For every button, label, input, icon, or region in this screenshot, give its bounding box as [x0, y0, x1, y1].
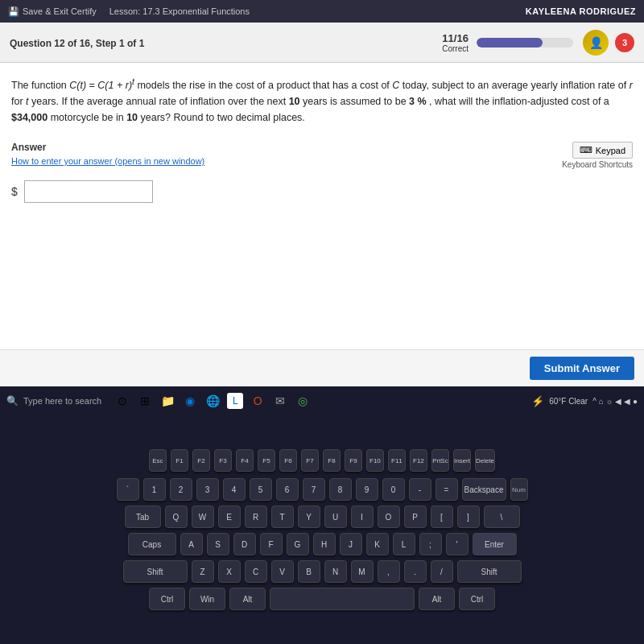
- content-area: The function C(t) = C(1 + r)t models the…: [0, 63, 644, 349]
- key-delete[interactable]: Delete: [475, 449, 495, 472]
- key-semicolon[interactable]: ;: [419, 533, 442, 555]
- save-exit-button[interactable]: 💾 Save & Exit Certify: [8, 6, 97, 17]
- key-rctrl[interactable]: Ctrl: [459, 588, 495, 610]
- key-f3[interactable]: F3: [214, 449, 232, 472]
- avatar: 👤: [583, 30, 609, 56]
- key-l[interactable]: L: [393, 533, 415, 555]
- key-f1[interactable]: F1: [171, 449, 188, 472]
- weather-icon: ⚡: [531, 395, 544, 407]
- key-9[interactable]: 9: [356, 478, 378, 501]
- key-f4[interactable]: F4: [236, 449, 254, 472]
- key-esc[interactable]: Esc: [149, 449, 167, 472]
- key-lbracket[interactable]: [: [431, 506, 453, 528]
- taskbar-mail[interactable]: ✉: [272, 393, 288, 409]
- key-caps[interactable]: Caps: [128, 533, 176, 555]
- key-1[interactable]: 1: [143, 478, 166, 501]
- key-f10[interactable]: F10: [366, 449, 384, 472]
- key-backtick[interactable]: `: [117, 478, 139, 501]
- key-v[interactable]: V: [271, 560, 294, 583]
- key-lctrl[interactable]: Ctrl: [149, 588, 185, 610]
- key-f8[interactable]: F8: [323, 449, 341, 472]
- how-to-enter-link[interactable]: How to enter your answer (opens in new w…: [11, 156, 204, 166]
- key-rshift[interactable]: Shift: [457, 560, 522, 583]
- key-prtsc[interactable]: PrtSc: [431, 449, 449, 472]
- key-ralt[interactable]: Alt: [419, 588, 455, 610]
- key-0[interactable]: 0: [382, 478, 405, 501]
- key-period[interactable]: .: [404, 560, 427, 583]
- taskbar-icons: ⊙ ⊞ 📁 ◉ 🌐 L O ✉ ◎: [114, 393, 311, 409]
- key-f11[interactable]: F11: [388, 449, 406, 472]
- key-f5[interactable]: F5: [258, 449, 275, 472]
- key-f6[interactable]: F6: [279, 449, 297, 472]
- submit-button[interactable]: Submit Answer: [530, 357, 634, 380]
- var-c: C: [392, 80, 399, 91]
- taskbar-l-icon[interactable]: L: [227, 393, 243, 409]
- key-enter[interactable]: Enter: [473, 533, 517, 555]
- key-num[interactable]: Num: [510, 478, 528, 501]
- key-quote[interactable]: ': [446, 533, 469, 555]
- key-h[interactable]: H: [313, 533, 336, 555]
- key-f[interactable]: F: [260, 533, 283, 555]
- key-5[interactable]: 5: [250, 478, 272, 501]
- key-7[interactable]: 7: [303, 478, 325, 501]
- key-z[interactable]: Z: [192, 560, 214, 583]
- key-w[interactable]: W: [192, 506, 214, 528]
- key-p[interactable]: P: [404, 506, 427, 528]
- answer-input[interactable]: [24, 180, 153, 203]
- key-r[interactable]: R: [245, 506, 267, 528]
- taskbar-office[interactable]: O: [250, 393, 266, 409]
- key-minus[interactable]: -: [409, 478, 431, 501]
- key-f7[interactable]: F7: [301, 449, 319, 472]
- taskbar-chrome[interactable]: ◎: [295, 393, 311, 409]
- key-tab[interactable]: Tab: [125, 506, 161, 528]
- key-f12[interactable]: F12: [410, 449, 427, 472]
- key-8[interactable]: 8: [329, 478, 352, 501]
- taskbar-edge[interactable]: ◉: [182, 393, 198, 409]
- key-m[interactable]: M: [351, 560, 374, 583]
- key-i[interactable]: I: [351, 506, 374, 528]
- save-label: Save & Exit Certify: [23, 6, 97, 16]
- keyboard-shortcuts-text[interactable]: Keyboard Shortcuts: [562, 160, 633, 169]
- taskbar-browser[interactable]: 🌐: [204, 393, 221, 409]
- key-b[interactable]: B: [298, 560, 320, 583]
- key-j[interactable]: J: [340, 533, 362, 555]
- taskbar-grid[interactable]: ⊞: [137, 393, 153, 409]
- keypad-button[interactable]: ⌨ Keypad: [572, 142, 633, 159]
- question-header: Question 12 of 16, Step 1 of 1 11/16 Cor…: [0, 23, 644, 63]
- key-6[interactable]: 6: [276, 478, 299, 501]
- key-lalt[interactable]: Alt: [229, 588, 266, 610]
- key-insert[interactable]: Insert: [453, 449, 471, 472]
- key-2[interactable]: 2: [170, 478, 192, 501]
- key-k[interactable]: K: [366, 533, 389, 555]
- key-backslash[interactable]: \: [484, 506, 520, 528]
- key-d[interactable]: D: [233, 533, 256, 555]
- key-g[interactable]: G: [287, 533, 309, 555]
- key-o[interactable]: O: [378, 506, 400, 528]
- key-lshift[interactable]: Shift: [123, 560, 188, 583]
- key-c[interactable]: C: [245, 560, 267, 583]
- key-equals[interactable]: =: [436, 478, 458, 501]
- key-f9[interactable]: F9: [345, 449, 362, 472]
- key-t[interactable]: T: [271, 506, 294, 528]
- key-y[interactable]: Y: [298, 506, 320, 528]
- key-4[interactable]: 4: [223, 478, 246, 501]
- key-3[interactable]: 3: [196, 478, 219, 501]
- heart-count: 3: [622, 38, 627, 47]
- key-n[interactable]: N: [324, 560, 347, 583]
- key-comma[interactable]: ,: [378, 560, 400, 583]
- search-text[interactable]: Type here to search: [23, 396, 101, 406]
- key-u[interactable]: U: [324, 506, 347, 528]
- key-f2[interactable]: F2: [192, 449, 210, 472]
- key-backspace[interactable]: Backspace: [462, 478, 506, 501]
- key-space[interactable]: [270, 588, 415, 610]
- key-a[interactable]: A: [180, 533, 203, 555]
- taskbar-files[interactable]: 📁: [159, 393, 175, 409]
- key-e[interactable]: E: [218, 506, 241, 528]
- key-x[interactable]: X: [218, 560, 241, 583]
- key-s[interactable]: S: [207, 533, 229, 555]
- key-rbracket[interactable]: ]: [457, 506, 480, 528]
- key-win[interactable]: Win: [189, 588, 225, 610]
- taskbar-search-circle[interactable]: ⊙: [114, 393, 130, 409]
- key-slash[interactable]: /: [431, 560, 453, 583]
- key-q[interactable]: Q: [165, 506, 188, 528]
